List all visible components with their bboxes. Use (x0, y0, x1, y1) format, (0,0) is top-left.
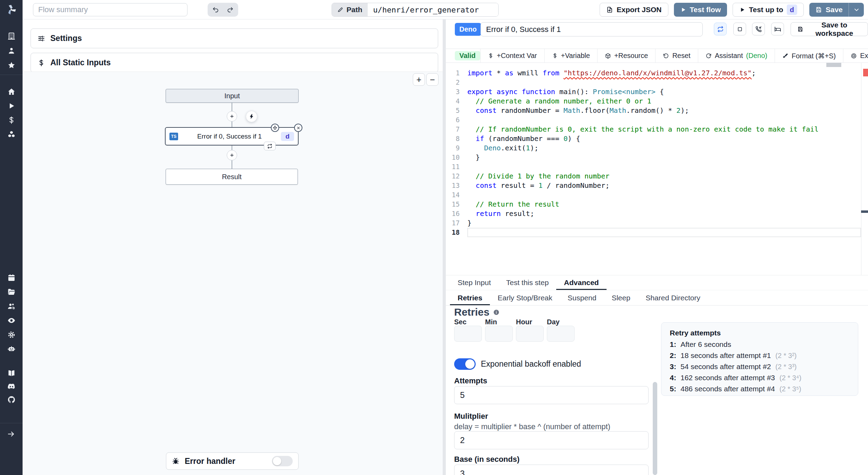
tab-step-input[interactable]: Step Input (450, 275, 499, 290)
windmill-logo-icon[interactable] (5, 3, 18, 16)
panel-splitter[interactable] (443, 19, 446, 475)
test-flow-label: Test flow (690, 6, 721, 14)
trigger-button[interactable] (246, 111, 257, 122)
error-handler-toggle[interactable] (272, 456, 293, 466)
github-icon[interactable] (7, 395, 16, 404)
users-gear-icon[interactable] (7, 302, 16, 310)
error-handler-box[interactable]: Error handler (166, 452, 299, 470)
add-step-button[interactable] (227, 150, 237, 160)
redo-button[interactable] (224, 5, 236, 15)
base-input[interactable] (454, 465, 649, 475)
add-context-var-button[interactable]: +Context Var (480, 49, 544, 62)
user-icon[interactable] (7, 47, 16, 55)
subtab-sleep[interactable]: Sleep (604, 290, 638, 305)
expand-sidebar-button[interactable] (7, 430, 15, 438)
star-icon[interactable] (7, 61, 16, 69)
tab-advanced[interactable]: Advanced (556, 275, 606, 290)
save-to-workspace-button[interactable]: Save to workspace (791, 22, 868, 36)
rotate-ccw-icon (663, 53, 669, 59)
plus-icon (229, 114, 235, 119)
sync-step-button[interactable] (714, 23, 727, 35)
retries-scrollbar[interactable] (653, 382, 657, 475)
square-outline-button[interactable] (733, 23, 746, 35)
multiplier-help-text: delay = multiplier * base ^ (number of a… (454, 422, 610, 431)
save-button[interactable]: Save (809, 3, 849, 17)
code-lines: 1import * as wmill from "https://deno.la… (446, 63, 868, 237)
code-line: 3export async function main(): Promise<n… (446, 87, 868, 97)
attempts-input[interactable] (454, 386, 649, 404)
repeat-icon (717, 26, 724, 33)
test-flow-button[interactable]: Test flow (674, 3, 727, 17)
deno-language-badge: Deno (455, 23, 481, 36)
all-static-inputs-button[interactable]: All Static Inputs (31, 53, 438, 73)
multiplier-input[interactable] (454, 431, 649, 449)
refresh-icon (706, 53, 712, 59)
gear-icon[interactable] (7, 331, 16, 339)
dollar-icon[interactable] (7, 116, 16, 124)
calendar-icon[interactable] (7, 274, 16, 282)
retry-attempt-item: 1:After 6 seconds (670, 340, 850, 351)
move-step-handle[interactable] (271, 124, 279, 132)
book-icon[interactable] (7, 369, 16, 377)
home-icon[interactable] (7, 88, 16, 96)
zoom-in-button[interactable]: + (413, 73, 425, 86)
result-node[interactable]: Result (166, 169, 298, 185)
zoom-out-button[interactable]: − (426, 73, 439, 86)
retry-attempts-title: Retry attempts (670, 329, 850, 337)
explore-scripts-button[interactable]: Explore other s (843, 49, 868, 62)
format-button[interactable]: Format (⌘+S) (775, 49, 843, 62)
assistant-button[interactable]: Assistant (Deno) (698, 49, 775, 62)
day-input[interactable] (547, 326, 575, 342)
code-line: 11 (446, 162, 868, 172)
delete-step-button[interactable] (294, 124, 302, 132)
undo-button[interactable] (210, 5, 222, 15)
sidebar-group-links (0, 369, 23, 404)
robot-icon[interactable] (7, 345, 16, 353)
phone-incoming-icon (755, 26, 762, 33)
building-icon[interactable] (7, 32, 16, 40)
save-dropdown-button[interactable] (849, 3, 864, 17)
hour-input[interactable] (516, 326, 544, 342)
subtab-shared-directory[interactable]: Shared Directory (638, 290, 708, 305)
step-title-input[interactable] (481, 22, 703, 36)
eye-icon[interactable] (7, 316, 16, 325)
backoff-toggle[interactable] (454, 358, 476, 370)
export-json-button[interactable]: Export JSON (600, 3, 668, 17)
tab-test-this-step[interactable]: Test this step (499, 275, 557, 290)
min-input[interactable] (485, 326, 513, 342)
close-icon (296, 126, 301, 130)
lightning-icon (249, 114, 254, 119)
reset-button[interactable]: Reset (655, 49, 698, 62)
path-input[interactable] (368, 3, 498, 16)
code-editor[interactable]: 1import * as wmill from "https://deno.la… (446, 63, 868, 275)
discord-icon[interactable] (7, 382, 16, 391)
play-icon[interactable] (7, 102, 16, 110)
input-node[interactable]: Input (166, 89, 299, 103)
flow-settings-button[interactable]: Settings (31, 28, 438, 48)
dollar-icon (488, 53, 494, 59)
sec-input[interactable] (454, 326, 482, 342)
code-line: 16 return result; (446, 209, 868, 218)
sliders-icon (37, 35, 45, 42)
bug-icon (172, 457, 180, 465)
plus-icon (229, 152, 235, 158)
add-step-button[interactable] (227, 111, 237, 122)
flow-graph-canvas[interactable]: + − Input TS Error if 0, Success if 1 d … (23, 72, 443, 475)
cubes-icon[interactable] (7, 130, 16, 139)
repeat-step-button[interactable] (264, 142, 276, 150)
editor-scrollbar-thumb[interactable] (861, 210, 868, 213)
phone-incoming-button[interactable] (752, 23, 765, 35)
add-variable-button[interactable]: +Variable (544, 49, 598, 62)
test-up-to-label: Test up to (749, 6, 783, 14)
folder-icon[interactable] (7, 288, 16, 296)
flow-summary-input[interactable] (33, 3, 187, 16)
subtab-retries[interactable]: Retries (450, 290, 490, 305)
sidebar-group-main (0, 88, 23, 139)
code-line: 17} (446, 218, 868, 228)
subtab-suspend[interactable]: Suspend (560, 290, 604, 305)
sleep-button[interactable] (771, 23, 784, 35)
subtab-early-stop[interactable]: Early Stop/Break (490, 290, 560, 305)
add-resource-button[interactable]: +Resource (597, 49, 655, 62)
test-up-to-button[interactable]: Test up to d (733, 3, 804, 17)
info-icon[interactable] (493, 309, 500, 316)
